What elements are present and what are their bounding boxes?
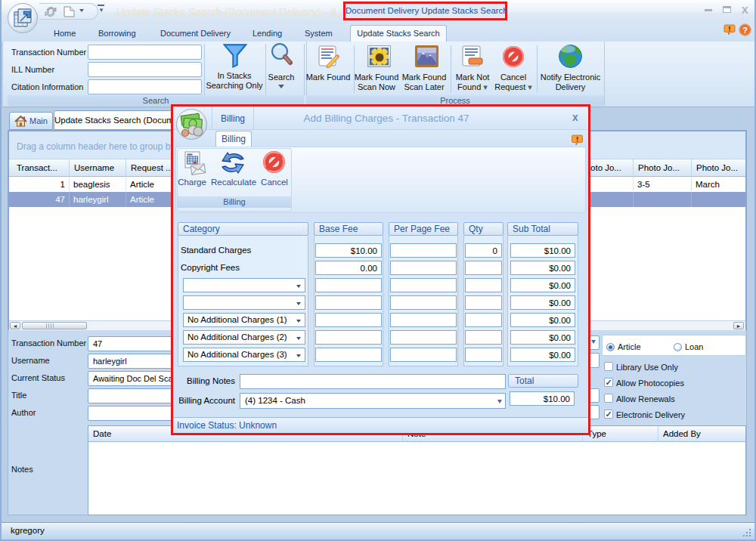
svg-text:?: ? <box>742 26 748 35</box>
